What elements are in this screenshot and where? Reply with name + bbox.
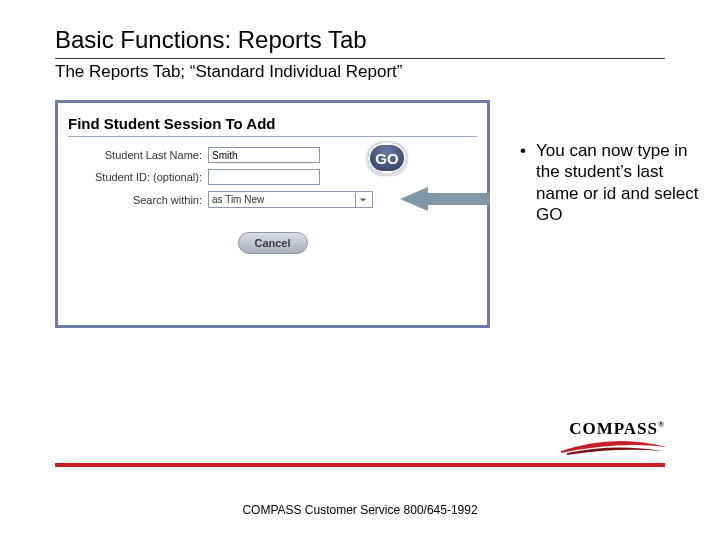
- footer-text: COMPASS Customer Service 800/645-1992: [0, 503, 720, 517]
- panel-heading: Find Student Session To Add: [68, 115, 477, 132]
- lastname-input[interactable]: [208, 147, 320, 163]
- slide-subtitle: The Reports Tab; “Standard Individual Re…: [55, 62, 402, 82]
- chevron-down-icon: [355, 193, 369, 207]
- search-within-value: as Tim New: [212, 194, 264, 205]
- svg-marker-0: [400, 187, 490, 211]
- footer-accent-bar: [55, 463, 665, 467]
- search-within-label: Search within:: [78, 194, 208, 206]
- logo-reg: ®: [658, 420, 665, 429]
- left-arrow-icon: [400, 185, 490, 213]
- cancel-button[interactable]: Cancel: [238, 232, 308, 254]
- title-divider: [55, 58, 665, 59]
- row-lastname: Student Last Name: GO: [78, 147, 467, 163]
- logo-swoosh-icon: [559, 437, 669, 455]
- slide-title: Basic Functions: Reports Tab: [55, 26, 367, 54]
- find-student-panel: Find Student Session To Add Student Last…: [55, 100, 490, 328]
- lastname-label: Student Last Name:: [78, 149, 208, 161]
- compass-logo: COMPASS®: [545, 419, 665, 455]
- bullet-item: You can now type in the student’s last n…: [520, 140, 700, 225]
- row-student-id: Student ID: (optional):: [78, 169, 467, 185]
- logo-text: COMPASS: [569, 419, 658, 438]
- search-within-select[interactable]: as Tim New: [208, 191, 373, 208]
- panel-divider: [68, 136, 477, 137]
- student-id-input[interactable]: [208, 169, 320, 185]
- student-id-label: Student ID: (optional):: [78, 171, 208, 183]
- bullet-list: You can now type in the student’s last n…: [520, 140, 700, 225]
